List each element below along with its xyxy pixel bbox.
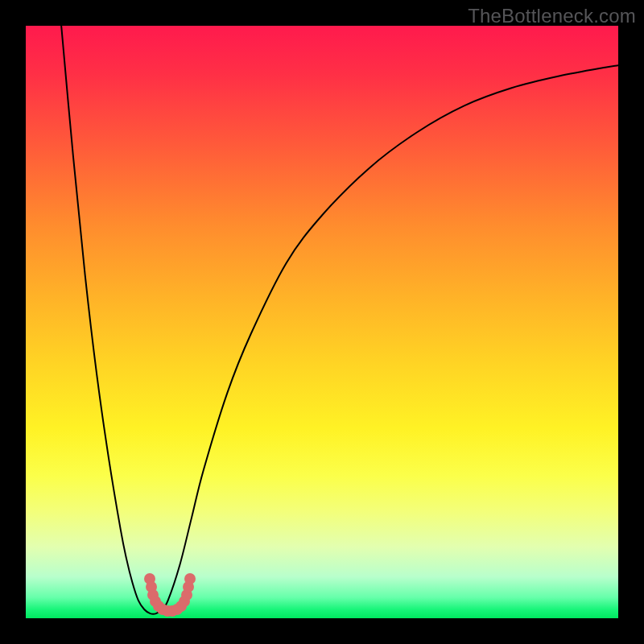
primary-curve <box>61 26 618 614</box>
chart-frame: TheBottleneck.com <box>0 0 644 644</box>
watermark-text: TheBottleneck.com <box>468 5 636 27</box>
plot-area <box>26 26 618 618</box>
curve-layer <box>26 26 618 618</box>
marker-dot <box>184 573 196 584</box>
